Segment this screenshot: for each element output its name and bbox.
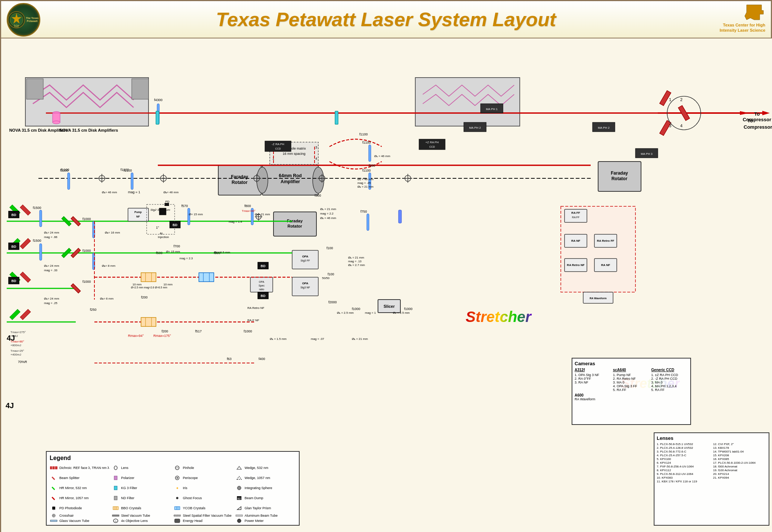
four-j-label: 4J	[6, 401, 14, 410]
svg-rect-305	[236, 515, 243, 516]
svg-text:Tmax=25°: Tmax=25°	[10, 349, 24, 353]
legend-pd-label: PD Photodiode	[59, 506, 82, 510]
svg-text:RA FF: RA FF	[571, 211, 580, 215]
svg-text:✦: ✦	[176, 486, 179, 490]
svg-text:MA PH 1: MA PH 1	[486, 107, 498, 111]
svg-text:OPA: OPA	[302, 282, 309, 285]
svg-text:f1000: f1000	[352, 307, 360, 311]
gccd-item-4: 4. MA PH 1,2,3,4	[651, 384, 688, 388]
svg-text:1: 1	[669, 97, 671, 102]
lens-item-8: 8. KPX112	[657, 469, 710, 472]
lens-item-14: 14. TPW0071 lab01-04	[713, 450, 766, 453]
svg-text:f200: f200	[141, 295, 148, 299]
svg-rect-86	[367, 214, 369, 231]
legend-iris-label: Periscope	[183, 476, 198, 480]
legend-ghost-label: Iris	[183, 486, 187, 490]
legend-kg3-label: KG 3 Filter	[121, 486, 137, 490]
svg-text:Ø= 15 mm: Ø= 15 mm	[166, 250, 180, 253]
svg-text:Ø₂= 16 mm: Ø₂= 16 mm	[105, 231, 120, 234]
svg-rect-63	[20, 272, 31, 282]
legend-wedge1057-label: Wedge, 1057 nm	[245, 476, 270, 480]
texas-center-text: Texas Center for High Intensity Laser Sc…	[720, 22, 765, 33]
svg-text:Ø₂ = 46 mm: Ø₂ = 46 mm	[320, 216, 336, 220]
svg-text:RA 0' NF: RA 0' NF	[247, 319, 259, 322]
svg-text:f2000: f2000	[328, 300, 337, 304]
svg-text:f1100: f1100	[362, 141, 371, 144]
legend-pinhole-label: Ghost Focus	[183, 496, 202, 500]
legend-bd-label: Beam Dump	[245, 496, 263, 500]
lenses-box: Lenses 1. PLCX-50.8-515.1 UV532 12. CVI …	[654, 432, 769, 526]
legend-pinhole: Ghost Focus	[173, 493, 234, 503]
legend-ghostfocus: ✦ Iris	[173, 484, 234, 493]
svg-text:BD: BD	[173, 223, 178, 227]
svg-rect-287	[114, 496, 117, 500]
svg-text:mag = .25: mag = .25	[44, 301, 57, 305]
svg-text:Injection: Injection	[158, 235, 169, 239]
svg-rect-293	[113, 507, 118, 510]
legend-objlens: 4x 4x Objective Lens	[112, 519, 173, 523]
svg-text:Stg3 FF: Stg3 FF	[301, 259, 310, 262]
legend-steelvac-label: Steel Vacuum Tube	[121, 514, 150, 517]
legend-steelsf: Steel Spatial Filter Vacuum Tube	[173, 513, 234, 518]
svg-text:Faraday: Faraday	[611, 170, 628, 176]
svg-text:f200: f200	[162, 329, 168, 333]
svg-marker-281	[237, 476, 241, 479]
svg-text:RA Retro FF: RA Retro FF	[597, 239, 614, 242]
svg-rect-227	[141, 273, 156, 282]
legend-grid: Dichroic: REF face λ, TRAN nm λ Lens Pin…	[50, 463, 296, 523]
lenses-list: 1. PLCX-50.8-515.1 UV532 12. CVI PXF, 2"…	[657, 442, 766, 483]
lens-item-16: 16. KPX085	[713, 457, 766, 461]
svg-text:BD: BD	[12, 213, 16, 217]
svg-text:f1000: f1000	[82, 249, 91, 253]
svg-rect-61	[20, 205, 31, 215]
svg-rect-286	[51, 497, 55, 500]
svg-text:Spec: Spec	[259, 284, 265, 287]
svg-text:10 mm: 10 mm	[163, 283, 173, 286]
legend-wedge1057: Wedge, 1057 nm	[235, 473, 296, 483]
svg-text:+2.8J: +2.8J	[10, 334, 18, 338]
svg-rect-283	[114, 486, 117, 490]
legend-intsphere: Integrating Sphere	[235, 484, 296, 493]
svg-text:OPA: OPA	[259, 281, 265, 283]
gccd-item-2: 2. -Z RA PH CCD	[651, 377, 688, 381]
svg-text:Ø₁ = 21 mm: Ø₁ = 21 mm	[352, 337, 368, 341]
svg-text:Tmax=40°: Tmax=40°	[242, 209, 256, 213]
svg-rect-62	[20, 238, 31, 249]
lens-item-21: 21. KPX094	[713, 476, 766, 479]
svg-point-273	[114, 466, 117, 470]
svg-text:70%R: 70%R	[18, 360, 27, 364]
svg-text:Compressor: Compressor	[744, 124, 772, 130]
a600-header: A600	[575, 393, 688, 397]
svg-text:Ø= 15 mm: Ø= 15 mm	[189, 213, 203, 216]
svg-text:f300: f300	[315, 194, 321, 197]
texas-center-logo: Texas Center for High Intensity Laser Sc…	[706, 3, 765, 37]
svg-text:mag = .66: mag = .66	[44, 235, 57, 239]
svg-text:RA FF: RA FF	[572, 216, 579, 219]
svg-rect-82	[40, 210, 42, 227]
svg-text:ratio: ratio	[259, 288, 264, 291]
svg-text:BD: BD	[12, 279, 16, 283]
svg-rect-230	[141, 317, 156, 326]
svg-text:Rotator: Rotator	[612, 176, 628, 181]
legend-glassvac-label: Glass Vacuum Tube	[59, 519, 89, 523]
svg-text:CCD: CCD	[275, 147, 281, 150]
svg-text:Ø₂ = 21 mm: Ø₂ = 21 mm	[357, 185, 374, 188]
svg-rect-258	[156, 111, 159, 124]
svg-point-288	[176, 497, 178, 499]
a312f-header: A312f	[575, 368, 612, 372]
svg-text:Amplifier: Amplifier	[281, 179, 300, 184]
lens-item-10: 10. KPX083	[657, 476, 710, 479]
svg-marker-299	[237, 507, 241, 510]
svg-point-257	[53, 121, 60, 124]
svg-rect-5	[25, 78, 149, 126]
texas-petawatt-logo: The Texas Petawatt	[7, 3, 40, 37]
svg-text:Slicer: Slicer	[384, 304, 395, 309]
svg-text:mag = 2.2: mag = 2.2	[320, 212, 334, 215]
legend-powermeter-label: Power Meter	[245, 519, 264, 523]
to-compressor-label: To Compressor	[743, 111, 771, 122]
legend-glan: Glan Taylor Prism	[235, 503, 296, 513]
svg-text:Ø₂= 46 mm: Ø₂= 46 mm	[163, 191, 179, 194]
svg-text:f250: f250	[90, 308, 97, 312]
sca640-item-3: 3. MA 0	[613, 381, 650, 384]
a600-item: RA Waveform	[575, 397, 688, 401]
